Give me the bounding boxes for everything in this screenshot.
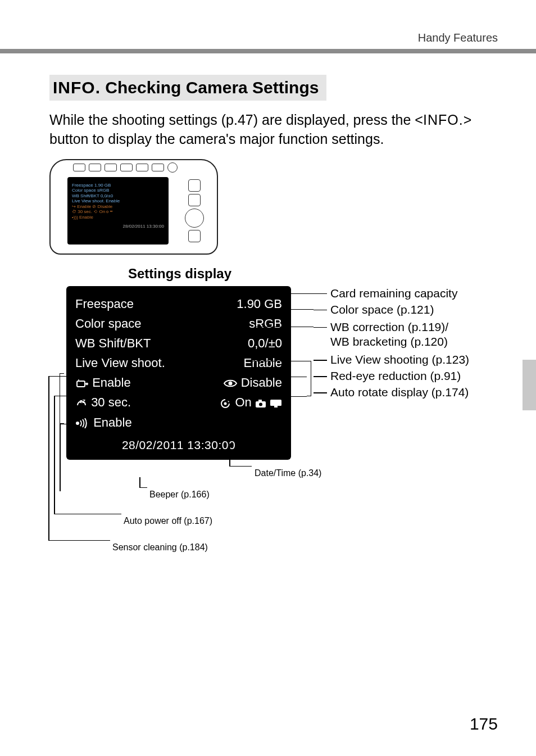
redeye-icon: [223, 378, 238, 388]
row-freespace-value: 1.90 GB: [237, 294, 282, 314]
settings-panel: Freespace1.90 GB Color spacesRGB WB Shif…: [66, 286, 291, 460]
intro-paragraph: While the shooting settings (p.47) are d…: [49, 111, 498, 149]
auto-rotate-icon: [219, 398, 231, 409]
svg-point-10: [76, 422, 79, 425]
svg-point-1: [78, 379, 79, 381]
row-liveview-label: Live View shoot.: [75, 353, 165, 373]
settings-diagram: Freespace1.90 GB Color spacesRGB WB Shif…: [49, 286, 498, 606]
row-sensorclean: Enable: [75, 373, 131, 392]
callout-poweroff: Auto power off (p.167): [124, 516, 212, 526]
callout-wb: WB correction (p.119)/ WB bracketing (p.…: [314, 320, 469, 350]
row-colorspace-value: sRGB: [249, 314, 282, 333]
callout-liveview: Live View shooting (p.123): [314, 354, 469, 365]
info-prefix: INFO.: [53, 78, 101, 97]
beeper-icon: [75, 418, 90, 428]
svg-point-2: [228, 382, 232, 386]
power-off-icon: zZ: [75, 397, 88, 410]
para-line1c: >: [464, 112, 472, 128]
row-poweroff-text: 30 sec.: [91, 395, 131, 409]
callout-wb-b: WB bracketing (p.120): [330, 335, 448, 348]
svg-point-7: [259, 402, 262, 406]
breadcrumb: Handy Features: [49, 31, 498, 44]
callout-autorotate: Auto rotate display (p.174): [314, 386, 469, 398]
para-line1a: While the shooting settings (p.47) are d…: [49, 112, 423, 128]
page-number: 175: [470, 714, 498, 734]
row-autorotate-text: On: [235, 395, 251, 409]
sensor-clean-icon: [75, 378, 89, 389]
row-freespace-label: Freespace: [75, 294, 134, 314]
callout-datetime: Date/Time (p.34): [255, 468, 321, 478]
camera-illustration: Freespace 1.90 GB Color space sRGB WB Sh…: [49, 159, 218, 255]
svg-rect-8: [270, 400, 281, 406]
row-wb-value: 0,0/±0: [248, 333, 282, 353]
camera-small-icon: [255, 399, 266, 408]
para-line2: button to display the camera's major fun…: [49, 131, 384, 147]
svg-rect-9: [274, 406, 278, 408]
svg-text:zZ: zZ: [80, 399, 86, 404]
callout-sensor: Sensor cleaning (p.184): [112, 542, 208, 553]
row-colorspace-label: Color space: [75, 314, 141, 333]
monitor-small-icon: [270, 399, 282, 408]
callout-redeye: Red-eye reduction (p.91): [314, 370, 469, 382]
settings-display-heading: Settings display: [128, 266, 498, 282]
row-liveview-value: Enable: [243, 353, 282, 373]
callout-color-space: Color space (p.121): [314, 304, 469, 315]
row-beeper: Enable: [75, 413, 132, 432]
row-sensorclean-text: Enable: [92, 375, 131, 390]
callout-beeper: Beeper (p.166): [149, 490, 210, 500]
panel-datetime: 28/02/2011 13:30:00: [75, 436, 282, 455]
section-heading: INFO. Checking Camera Settings: [49, 75, 326, 101]
callout-wb-a: WB correction (p.119)/: [330, 320, 448, 333]
row-wb-label: WB Shift/BKT: [75, 333, 151, 353]
callout-card-capacity: Card remaining capacity: [314, 287, 469, 299]
svg-rect-6: [258, 400, 262, 402]
row-poweroff: zZ 30 sec.: [75, 392, 131, 412]
para-info-inline: INFO.: [423, 112, 464, 128]
row-redeye-text: Disable: [241, 375, 282, 390]
svg-point-4: [224, 402, 227, 405]
header-divider: [49, 49, 498, 53]
row-beeper-text: Enable: [93, 415, 132, 429]
section-title: Checking Camera Settings: [105, 78, 319, 97]
svg-rect-0: [77, 381, 85, 387]
side-tab: [523, 360, 536, 410]
camera-lcd-thumb: Freespace 1.90 GB Color space sRGB WB Sh…: [67, 177, 169, 245]
